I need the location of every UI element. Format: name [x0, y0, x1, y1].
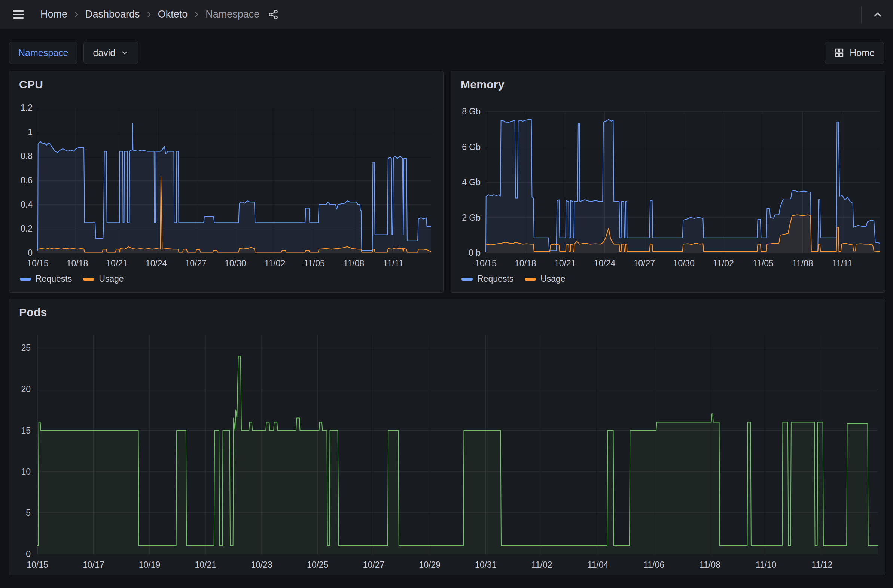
x-tick-label: 10/15 — [27, 560, 48, 570]
y-tick-label: 0 — [26, 549, 31, 559]
y-tick-label: 25 — [21, 343, 31, 353]
y-tick-label: 0.8 — [21, 151, 33, 161]
x-tick-label: 10/29 — [419, 560, 440, 570]
breadcrumb-home[interactable]: Home — [41, 9, 68, 20]
x-tick-label: 10/21 — [195, 560, 216, 570]
chevron-right-icon — [73, 11, 80, 18]
chevron-right-icon — [145, 11, 153, 18]
breadcrumb-dashboards[interactable]: Dashboards — [85, 9, 140, 20]
x-tick-label: 10/24 — [146, 258, 167, 268]
dashboard-variables: Namespace david — [9, 42, 138, 64]
chevron-right-icon — [193, 11, 200, 18]
y-tick-label: 0.2 — [21, 224, 33, 233]
x-tick-label: 11/05 — [753, 258, 774, 268]
chevron-up-icon[interactable] — [872, 9, 883, 20]
y-tick-label: 1 — [28, 127, 33, 137]
breadcrumb: Home Dashboards Okteto Namespace — [41, 9, 259, 20]
x-tick-label: 11/08 — [699, 560, 720, 570]
variable-namespace-select[interactable]: david — [83, 42, 138, 64]
usage-series-swatch — [83, 278, 94, 280]
x-tick-label: 11/11 — [832, 258, 852, 268]
x-tick-label: 11/02 — [713, 258, 734, 268]
x-tick-label: 10/18 — [67, 258, 88, 268]
x-tick-label: 10/31 — [475, 560, 497, 570]
pods-series-line — [38, 356, 878, 546]
pods-series-fill — [38, 356, 878, 554]
x-tick-label: 11/02 — [531, 560, 552, 570]
x-tick-label: 10/30 — [673, 258, 695, 268]
x-tick-label: 10/18 — [515, 258, 536, 268]
x-tick-label: 11/02 — [264, 258, 285, 268]
x-tick-label: 11/11 — [383, 258, 403, 268]
requests-series-swatch — [462, 278, 473, 280]
x-tick-label: 11/06 — [643, 560, 664, 570]
y-tick-label: 10 — [21, 467, 31, 477]
x-tick-label: 10/30 — [224, 258, 246, 268]
x-tick-label: 11/12 — [812, 560, 832, 570]
top-nav-bar: Home Dashboards Okteto Namespace — [0, 0, 893, 29]
y-tick-label: 6 Gb — [462, 142, 481, 152]
x-tick-label: 10/19 — [139, 560, 161, 570]
x-tick-label: 10/23 — [251, 560, 272, 570]
apps-grid-icon — [834, 48, 844, 58]
usage-series-swatch — [525, 278, 536, 280]
y-tick-label: 0.6 — [21, 176, 33, 185]
x-tick-label: 10/27 — [634, 258, 655, 268]
y-tick-label: 4 Gb — [462, 177, 481, 187]
y-tick-label: 5 — [26, 508, 31, 518]
x-tick-label: 10/27 — [363, 560, 385, 570]
legend-item-usage[interactable]: Usage — [525, 274, 565, 284]
legend-item-usage[interactable]: Usage — [83, 274, 123, 284]
x-tick-label: 10/21 — [554, 258, 576, 268]
x-tick-label: 10/17 — [83, 560, 104, 570]
y-tick-label: 8 Gb — [462, 106, 481, 116]
memory-legend: Requests Usage — [462, 274, 565, 284]
cpu-legend: Requests Usage — [20, 274, 124, 284]
chevron-down-icon — [120, 49, 129, 57]
x-tick-label: 10/21 — [106, 258, 128, 268]
breadcrumb-namespace: Namespace — [206, 9, 259, 20]
nav-right-controls — [861, 6, 883, 23]
y-tick-label: 15 — [21, 426, 31, 435]
x-tick-label: 11/05 — [304, 258, 325, 268]
y-tick-label: 0 b — [469, 248, 481, 258]
memory-chart[interactable]: 10/1510/1810/2110/2410/2710/3011/0211/05… — [451, 72, 885, 293]
legend-label: Usage — [540, 274, 565, 284]
legend-label: Usage — [99, 274, 123, 284]
x-tick-label: 10/25 — [307, 560, 329, 570]
x-tick-label: 11/08 — [343, 258, 364, 268]
panel-memory: Memory 10/1510/1810/2110/2410/2710/3011/… — [451, 71, 885, 292]
x-tick-label: 11/10 — [756, 560, 777, 570]
x-tick-label: 10/27 — [185, 258, 207, 268]
share-icon[interactable] — [268, 9, 279, 20]
nav-divider — [861, 6, 861, 23]
y-tick-label: 2 Gb — [462, 213, 481, 222]
requests-series-swatch — [20, 278, 31, 280]
menu-icon[interactable] — [13, 10, 24, 19]
home-button-wrap: Home — [824, 42, 884, 64]
requests-series-fill — [38, 123, 431, 253]
home-button[interactable]: Home — [824, 42, 884, 64]
variable-namespace-label[interactable]: Namespace — [9, 42, 77, 64]
x-tick-label: 11/08 — [792, 258, 813, 268]
legend-item-requests[interactable]: Requests — [462, 274, 514, 284]
x-tick-label: 10/24 — [594, 258, 616, 268]
panel-cpu: CPU 10/1510/1810/2110/2410/2710/3011/021… — [9, 71, 443, 292]
y-tick-label: 20 — [21, 384, 31, 394]
legend-label: Requests — [477, 274, 514, 284]
panel-pods: Pods 10/1510/1710/1910/2110/2310/2510/27… — [9, 299, 885, 575]
requests-series-line — [486, 119, 880, 252]
y-tick-label: 0 — [28, 248, 33, 258]
x-tick-label: 11/04 — [587, 560, 608, 570]
pods-chart[interactable]: 10/1510/1710/1910/2110/2310/2510/2710/29… — [9, 299, 885, 575]
breadcrumb-okteto[interactable]: Okteto — [158, 9, 188, 20]
variable-namespace-value: david — [93, 48, 115, 58]
legend-label: Requests — [36, 274, 72, 284]
home-button-label: Home — [849, 48, 875, 58]
y-tick-label: 0.4 — [21, 200, 33, 210]
x-tick-label: 10/15 — [475, 258, 497, 268]
legend-item-requests[interactable]: Requests — [20, 274, 72, 284]
cpu-chart[interactable]: 10/1510/1810/2110/2410/2710/3011/0211/05… — [9, 72, 444, 293]
x-tick-label: 10/15 — [27, 258, 49, 268]
y-tick-label: 1.2 — [21, 103, 33, 112]
